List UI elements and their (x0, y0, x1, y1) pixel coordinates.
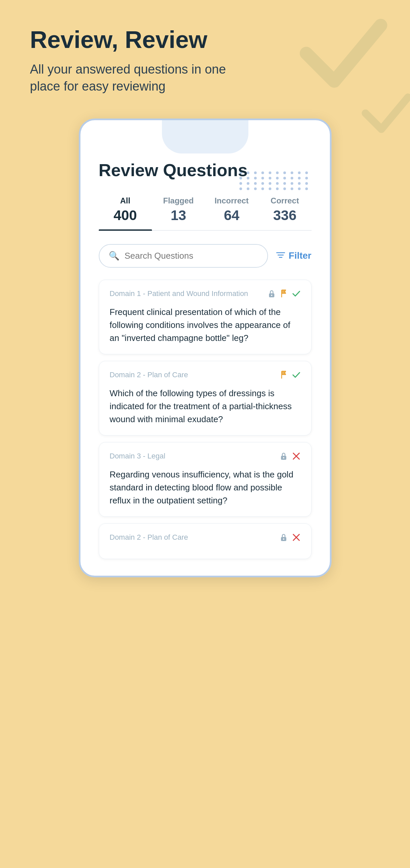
flag-icon-1 (280, 289, 287, 300)
card-icons-4 (280, 533, 301, 544)
filter-button[interactable]: Filter (276, 250, 311, 261)
tab-flagged-count: 13 (156, 208, 201, 223)
page-title: Review Questions (99, 160, 312, 180)
question-card-2[interactable]: Domain 2 - Plan of Care (99, 361, 312, 435)
search-input[interactable] (125, 251, 259, 261)
x-icon-3 (292, 452, 301, 463)
search-icon: 🔍 (109, 251, 119, 261)
flag-icon-2 (280, 371, 287, 381)
tab-correct[interactable]: Correct 336 (259, 193, 312, 230)
card-question-1: Frequent clinical presentation of which … (110, 306, 301, 345)
question-card-3[interactable]: Domain 3 - Legal (99, 442, 312, 517)
card-header-3: Domain 3 - Legal (110, 452, 301, 463)
phone-container: // Can't use script here, will use CSS g… (0, 112, 410, 604)
tab-correct-label: Correct (262, 196, 308, 206)
lock-icon-4 (280, 533, 287, 544)
tab-incorrect-label: Incorrect (209, 196, 254, 206)
hero-section: Review, Review All your answered questio… (0, 0, 410, 112)
tab-flagged-label: Flagged (156, 196, 201, 206)
tab-flagged[interactable]: Flagged 13 (152, 193, 205, 230)
search-input-wrapper[interactable]: 🔍 (99, 244, 268, 268)
tab-incorrect-count: 64 (209, 208, 254, 223)
card-header-4: Domain 2 - Plan of Care (110, 533, 301, 544)
lock-icon-1 (268, 289, 275, 300)
tab-correct-count: 336 (262, 208, 308, 223)
check-icon-2 (292, 371, 301, 381)
tab-incorrect[interactable]: Incorrect 64 (205, 193, 259, 230)
lock-icon-3 (280, 452, 287, 462)
phone-frame: // Can't use script here, will use CSS g… (79, 119, 332, 577)
question-card-4[interactable]: Domain 2 - Plan of Care (99, 523, 312, 559)
filter-icon (276, 251, 285, 261)
tabs-container: All 400 Flagged 13 Incorrect 64 Correct … (99, 193, 312, 231)
x-icon-4 (292, 533, 301, 544)
phone-content: Review Questions All 400 Flagged 13 Inco… (80, 120, 330, 576)
question-card-1[interactable]: Domain 1 - Patient and Wound Information (99, 280, 312, 354)
card-header-1: Domain 1 - Patient and Wound Information (110, 289, 301, 300)
card-icons-1 (268, 289, 301, 300)
check-icon-1 (292, 289, 301, 300)
card-domain-3: Domain 3 - Legal (110, 452, 280, 461)
card-icons-2 (280, 371, 301, 381)
card-domain-2: Domain 2 - Plan of Care (110, 371, 280, 379)
tab-all-count: 400 (103, 208, 148, 223)
card-question-3: Regarding venous insufficiency, what is … (110, 468, 301, 507)
tab-all[interactable]: All 400 (99, 193, 152, 230)
svg-point-6 (283, 457, 284, 459)
svg-point-10 (283, 538, 284, 540)
filter-label: Filter (288, 250, 311, 261)
svg-point-4 (271, 294, 272, 296)
card-domain-4: Domain 2 - Plan of Care (110, 533, 280, 542)
card-domain-1: Domain 1 - Patient and Wound Information (110, 289, 268, 298)
hero-subtitle: All your answered questions in one place… (30, 61, 256, 95)
card-question-2: Which of the following types of dressing… (110, 387, 301, 426)
hero-title: Review, Review (30, 27, 380, 53)
card-icons-3 (280, 452, 301, 463)
search-container: 🔍 Filter (99, 244, 312, 268)
tab-all-label: All (103, 196, 148, 206)
card-header-2: Domain 2 - Plan of Care (110, 371, 301, 381)
